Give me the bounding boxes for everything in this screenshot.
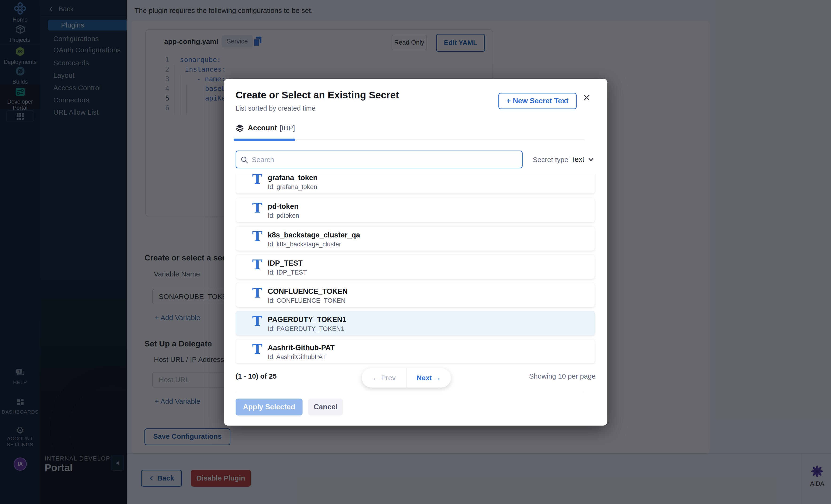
secret-name: CONFLUENCE_TOKEN [268, 287, 348, 296]
secret-type-label: Secret type [533, 156, 568, 164]
tab-account-idp[interactable]: Account [IDP] [236, 124, 295, 132]
secret-name: pd-token [268, 202, 298, 211]
per-page-label: Showing 10 per page [529, 372, 596, 380]
secret-name: Aashrit-Github-PAT [268, 344, 335, 352]
pagination-range: (1 - 10) of 25 [236, 372, 277, 380]
secret-name: PAGERDUTY_TOKEN1 [268, 316, 346, 324]
secret-list-item[interactable]: T k8s_backstage_cluster_qa Id: k8s_backs… [236, 227, 595, 251]
text-secret-icon: T [252, 230, 262, 243]
secret-id: Id: IDP_TEST [268, 269, 307, 276]
tab-suffix: [IDP] [280, 124, 295, 132]
secret-id: Id: AashritGithubPAT [268, 353, 326, 361]
tab-label: Account [248, 124, 277, 132]
text-secret-icon: T [252, 174, 262, 186]
tab-active-underline [234, 139, 295, 141]
close-icon[interactable]: × [583, 91, 591, 104]
secret-list-item[interactable]: T pd-token Id: pdtoken [236, 198, 595, 222]
secret-list: T grafana_token Id: grafana_token T pd-t… [236, 174, 596, 364]
secret-list-item[interactable]: T grafana_token Id: grafana_token [236, 174, 595, 194]
app-root: Home Projects Deployments Builds [0, 0, 831, 504]
text-secret-icon: T [252, 286, 262, 300]
chevron-down-icon[interactable] [588, 157, 595, 164]
next-button[interactable]: Next → [407, 374, 451, 382]
pagination-control: ← Prev Next → [362, 368, 451, 387]
cancel-button[interactable]: Cancel [308, 398, 343, 415]
secret-id: Id: grafana_token [268, 183, 317, 191]
secret-name: k8s_backstage_cluster_qa [268, 231, 360, 239]
text-secret-icon: T [252, 201, 262, 215]
secret-list-item[interactable]: T CONFLUENCE_TOKEN Id: CONFLUENCE_TOKEN [236, 283, 595, 307]
search-input[interactable] [251, 152, 511, 167]
search-icon [240, 156, 249, 164]
prev-button[interactable]: ← Prev [362, 374, 406, 382]
secret-list-item[interactable]: T IDP_TEST Id: IDP_TEST [236, 255, 595, 279]
secret-list-item[interactable]: T Aashrit-Github-PAT Id: AashritGithubPA… [236, 339, 595, 363]
modal-title: Create or Select an Existing Secret [236, 89, 399, 101]
secret-type-value[interactable]: Text [571, 155, 584, 164]
text-secret-icon: T [252, 314, 262, 328]
text-secret-icon: T [252, 342, 262, 356]
new-secret-text-button[interactable]: + New Secret Text [498, 93, 577, 109]
apply-selected-button[interactable]: Apply Selected [236, 398, 303, 415]
secret-id: Id: k8s_backstage_cluster [268, 241, 341, 248]
layers-icon [236, 124, 244, 132]
modal-footer-divider [236, 392, 584, 392]
secret-id: Id: PAGERDUTY_TOKEN1 [268, 325, 344, 332]
secret-name: grafana_token [268, 174, 318, 182]
secret-list-item-selected[interactable]: T PAGERDUTY_TOKEN1 Id: PAGERDUTY_TOKEN1 [236, 311, 595, 335]
modal-subtitle: List sorted by created time [236, 105, 315, 112]
secret-select-modal: Create or Select an Existing Secret List… [224, 79, 607, 425]
secret-id: Id: pdtoken [268, 212, 299, 219]
search-box [236, 151, 523, 168]
text-secret-icon: T [252, 258, 262, 272]
secret-id: Id: CONFLUENCE_TOKEN [268, 297, 345, 304]
secret-name: IDP_TEST [268, 259, 303, 267]
